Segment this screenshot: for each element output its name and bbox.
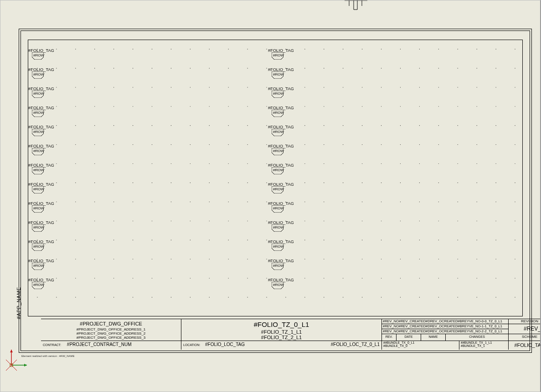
svg-point-52: [419, 68, 420, 68]
terminal-symbol[interactable]: #FOLIO_TAG#ROW: [28, 278, 65, 297]
svg-point-280: [304, 240, 305, 240]
terminal-symbol[interactable]: #FOLIO_TAG#ROW: [268, 87, 304, 106]
svg-point-195: [171, 183, 171, 183]
terminal-row: #ROW: [33, 283, 44, 287]
svg-point-313: [438, 259, 439, 260]
svg-point-348: [113, 297, 114, 297]
location-label: LOCATION:: [183, 343, 200, 346]
svg-point-25: [400, 49, 401, 49]
svg-point-330: [266, 278, 267, 278]
terminal-row: #ROW: [273, 283, 284, 287]
svg-point-177: [324, 163, 324, 164]
terminal-symbol[interactable]: #FOLIO_TAG#ROW: [268, 278, 304, 297]
svg-point-205: [362, 183, 362, 183]
svg-point-207: [400, 183, 401, 183]
svg-point-50: [381, 68, 381, 68]
svg-point-76: [381, 87, 381, 87]
svg-point-82: [495, 87, 496, 87]
svg-point-245: [133, 221, 133, 221]
terminal-symbol[interactable]: #FOLIO_TAG#ROW: [28, 87, 65, 106]
svg-point-112: [75, 125, 76, 126]
svg-point-298: [152, 259, 152, 260]
svg-point-183: [438, 163, 439, 164]
svg-point-355: [247, 297, 248, 297]
contract-label: CONTRACT:: [43, 343, 61, 346]
svg-point-356: [266, 297, 267, 297]
terminal-symbol[interactable]: #FOLIO_TAG#ROW: [28, 182, 65, 201]
terminal-symbol[interactable]: #FOLIO_TAG#ROW: [28, 163, 65, 182]
svg-point-255: [324, 221, 324, 221]
svg-point-153: [362, 144, 362, 145]
svg-point-101: [362, 106, 362, 107]
svg-point-74: [343, 87, 343, 87]
terminal-symbol[interactable]: #FOLIO_TAG#ROW: [28, 144, 65, 163]
drawing-canvas[interactable]: #FOLIO_TAG#ROW#FOLIO_TAG#ROW#FOLIO_TAG#R…: [28, 40, 523, 316]
svg-point-317: [515, 259, 515, 260]
svg-point-335: [362, 278, 362, 278]
svg-point-284: [381, 240, 381, 240]
svg-point-109: [515, 106, 515, 107]
svg-point-353: [209, 297, 210, 297]
svg-point-182: [419, 163, 420, 164]
terminal-row: #ROW: [33, 206, 44, 210]
terminal-symbol[interactable]: #FOLIO_TAG#ROW: [28, 220, 65, 239]
terminal-symbol[interactable]: #FOLIO_TAG#ROW: [268, 182, 304, 201]
svg-point-132: [458, 125, 458, 126]
ucs-axis-icon: [3, 346, 31, 373]
svg-point-107: [477, 106, 477, 107]
svg-point-365: [438, 297, 439, 297]
folio-line3: #FOLIO_TZ_2_L1: [183, 335, 380, 340]
terminal-symbol[interactable]: #FOLIO_TAG#ROW: [28, 201, 65, 220]
terminal-symbol[interactable]: #FOLIO_TAG#ROW: [28, 48, 65, 67]
svg-point-89: [133, 106, 133, 107]
svg-point-60: [75, 87, 76, 87]
terminal-symbol[interactable]: #FOLIO_TAG#ROW: [268, 259, 304, 278]
svg-point-342: [495, 278, 496, 278]
svg-point-261: [438, 221, 439, 221]
svg-point-72: [304, 87, 305, 87]
svg-point-274: [190, 240, 191, 240]
terminal-symbol[interactable]: #FOLIO_TAG#ROW: [28, 239, 65, 259]
svg-point-128: [381, 125, 381, 126]
svg-point-354: [228, 297, 229, 297]
terminal-symbol[interactable]: #FOLIO_TAG#ROW: [28, 106, 65, 125]
svg-point-142: [152, 144, 152, 145]
terminal-symbol[interactable]: #FOLIO_TAG#ROW: [28, 259, 65, 278]
svg-point-130: [419, 125, 420, 126]
terminal-symbol[interactable]: #FOLIO_TAG#ROW: [268, 201, 304, 220]
terminal-symbol[interactable]: #FOLIO_TAG#ROW: [268, 239, 304, 259]
terminal-symbol[interactable]: #FOLIO_TAG#ROW: [268, 144, 304, 163]
terminal-symbol[interactable]: #FOLIO_TAG#ROW: [28, 125, 65, 144]
terminal-symbol[interactable]: #FOLIO_TAG#ROW: [268, 125, 304, 144]
svg-point-198: [228, 183, 229, 183]
svg-point-79: [438, 87, 439, 87]
svg-point-299: [171, 259, 171, 260]
svg-point-173: [247, 163, 248, 164]
svg-point-251: [247, 221, 248, 221]
svg-point-31: [515, 49, 515, 49]
terminal-row: #ROW: [273, 244, 284, 249]
svg-point-96: [266, 106, 267, 107]
page-tick-icon: [345, 0, 367, 10]
terminal-symbol[interactable]: #FOLIO_TAG#ROW: [268, 48, 304, 67]
svg-point-170: [190, 163, 191, 164]
svg-point-343: [515, 278, 515, 278]
project-addr3: #PROJECT_DWG_OFFICE_ADDRESS_3: [43, 336, 179, 340]
svg-point-211: [477, 183, 477, 183]
terminal-symbol[interactable]: #FOLIO_TAG#ROW: [268, 106, 304, 125]
terminal-row: #ROW: [33, 168, 44, 172]
svg-point-57: [515, 68, 515, 68]
svg-point-357: [285, 297, 286, 297]
svg-point-48: [343, 68, 343, 68]
svg-point-179: [362, 163, 362, 164]
terminal-symbol[interactable]: #FOLIO_TAG#ROW: [28, 67, 65, 87]
svg-point-268: [75, 240, 76, 240]
svg-point-269: [94, 240, 95, 240]
svg-point-259: [400, 221, 401, 221]
terminal-symbol[interactable]: #FOLIO_TAG#ROW: [268, 220, 304, 239]
svg-point-152: [343, 144, 343, 145]
terminal-row: #ROW: [273, 206, 284, 210]
terminal-symbol[interactable]: #FOLIO_TAG#ROW: [268, 67, 304, 87]
svg-point-281: [324, 240, 324, 240]
terminal-symbol[interactable]: #FOLIO_TAG#ROW: [268, 163, 304, 182]
